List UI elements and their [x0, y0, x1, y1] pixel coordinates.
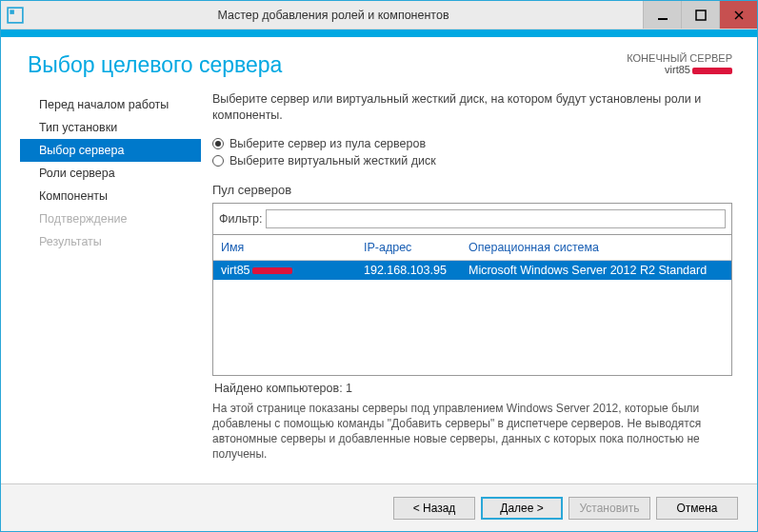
step-confirmation: Подтверждение	[20, 207, 201, 230]
table-body[interactable]: virt85 192.168.103.95 Microsoft Windows …	[213, 261, 731, 375]
step-server-roles[interactable]: Роли сервера	[20, 162, 201, 185]
redacted-text	[252, 267, 292, 274]
footnote-text: На этой странице показаны серверы под уп…	[212, 401, 732, 463]
wizard-footer: < Назад Далее > Установить Отмена	[1, 483, 757, 531]
window-controls	[643, 1, 757, 29]
server-table: Имя IP-адрес Операционная система virt85…	[212, 235, 732, 376]
step-results: Результаты	[20, 230, 201, 253]
cancel-button[interactable]: Отмена	[656, 497, 738, 520]
computers-found-text: Найдено компьютеров: 1	[214, 382, 732, 395]
step-installation-type[interactable]: Тип установки	[20, 116, 201, 139]
main-panel: Выберите сервер или виртуальный жесткий …	[201, 91, 738, 483]
col-ip[interactable]: IP-адрес	[364, 241, 469, 254]
accent-strip	[1, 30, 757, 37]
cell-ip: 192.168.103.95	[364, 264, 469, 277]
table-row[interactable]: virt85 192.168.103.95 Microsoft Windows …	[213, 261, 731, 280]
cell-os: Microsoft Windows Server 2012 R2 Standar…	[469, 264, 724, 277]
svg-rect-3	[696, 10, 706, 20]
radio-select-from-pool[interactable]: Выберите сервер из пула серверов	[212, 137, 732, 150]
filter-input[interactable]	[266, 209, 726, 228]
server-pool-label: Пул серверов	[212, 183, 732, 197]
maximize-button[interactable]	[681, 1, 719, 29]
radio-label: Выберите сервер из пула серверов	[229, 137, 426, 150]
close-button[interactable]	[719, 1, 757, 29]
cell-name: virt85	[221, 264, 250, 277]
next-button[interactable]: Далее >	[481, 497, 563, 520]
radio-label: Выберите виртуальный жесткий диск	[229, 154, 436, 167]
radio-select-vhd[interactable]: Выберите виртуальный жесткий диск	[212, 154, 732, 167]
svg-rect-1	[10, 10, 14, 14]
wizard-steps-sidebar: Перед началом работы Тип установки Выбор…	[20, 91, 201, 483]
install-button: Установить	[568, 497, 650, 520]
badge-server-name: virt85	[665, 64, 690, 75]
window-title: Мастер добавления ролей и компонентов	[24, 9, 643, 22]
instruction-text: Выберите сервер или виртуальный жесткий …	[212, 91, 732, 124]
redacted-text	[692, 68, 732, 74]
filter-box: Фильтр:	[212, 203, 732, 235]
back-button[interactable]: < Назад	[393, 497, 475, 520]
minimize-button[interactable]	[643, 1, 681, 29]
radio-icon	[212, 138, 224, 149]
destination-server-badge: КОНЕЧНЫЙ СЕРВЕР virt85	[627, 52, 732, 75]
badge-label: КОНЕЧНЫЙ СЕРВЕР	[627, 52, 732, 64]
col-name[interactable]: Имя	[221, 241, 364, 254]
app-icon	[7, 7, 24, 24]
title-bar: Мастер добавления ролей и компонентов	[1, 1, 757, 30]
wizard-window: Мастер добавления ролей и компонентов Вы…	[0, 0, 758, 532]
col-os[interactable]: Операционная система	[469, 241, 724, 254]
page-title: Выбор целевого сервера	[28, 52, 282, 78]
filter-label: Фильтр:	[219, 212, 262, 226]
step-server-selection[interactable]: Выбор сервера	[20, 139, 201, 162]
radio-icon	[212, 155, 224, 167]
step-before-you-begin[interactable]: Перед началом работы	[20, 93, 201, 116]
table-header: Имя IP-адрес Операционная система	[213, 235, 731, 261]
step-features[interactable]: Компоненты	[20, 185, 201, 207]
